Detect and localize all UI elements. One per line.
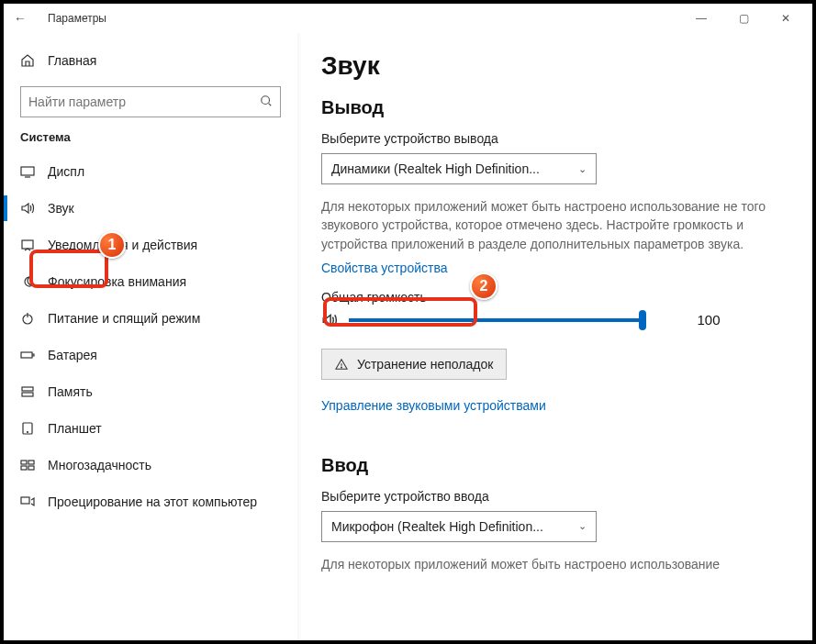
- sidebar-item-label: Многозадачность: [48, 458, 151, 472]
- sidebar-item-multitask[interactable]: Многозадачность: [4, 447, 297, 483]
- minimize-button[interactable]: —: [680, 4, 722, 33]
- device-properties-link[interactable]: Свойства устройства: [321, 261, 448, 275]
- svg-rect-6: [22, 393, 33, 396]
- svg-point-14: [341, 367, 342, 368]
- input-device-dropdown[interactable]: Микрофон (Realtek High Definition... ⌄: [321, 511, 597, 542]
- sidebar-item-notifications[interactable]: Уведомления и действия: [4, 227, 297, 263]
- volume-slider[interactable]: [349, 318, 643, 322]
- project-icon: [20, 494, 35, 509]
- storage-icon: [20, 384, 35, 399]
- slider-thumb[interactable]: [639, 310, 646, 330]
- sidebar-item-label: Диспл: [48, 164, 84, 179]
- svg-rect-11: [21, 466, 27, 470]
- sidebar-item-power[interactable]: Питание и спящий режим: [4, 300, 297, 337]
- output-device-value: Динамики (Realtek High Definition...: [331, 161, 578, 176]
- speaker-icon[interactable]: [321, 312, 338, 328]
- manage-devices-link[interactable]: Управление звуковыми устройствами: [321, 398, 546, 413]
- sidebar-nav: Диспл Звук Уведомления и действия Фокуси…: [4, 153, 297, 520]
- input-choose-label: Выберите устройство ввода: [321, 489, 785, 504]
- svg-rect-10: [28, 461, 34, 464]
- svg-rect-9: [21, 461, 27, 464]
- power-icon: [20, 311, 35, 326]
- titlebar: ← Параметры — ▢ ✕: [4, 4, 812, 33]
- sound-icon: [20, 201, 35, 216]
- sidebar-item-label: Память: [48, 384, 93, 399]
- volume-value: 100: [681, 312, 736, 328]
- input-device-value: Микрофон (Realtek High Definition...: [331, 519, 578, 534]
- svg-rect-13: [21, 497, 29, 504]
- svg-rect-4: [21, 352, 32, 358]
- output-choose-label: Выберите устройство вывода: [321, 131, 785, 146]
- search-icon: [260, 94, 273, 110]
- sidebar-home-label: Главная: [48, 53, 96, 68]
- sidebar-item-label: Звук: [48, 201, 74, 216]
- warning-icon: [335, 358, 348, 371]
- sidebar-item-project[interactable]: Проецирование на этот компьютер: [4, 483, 297, 520]
- sidebar-item-focus[interactable]: Фокусировка внимания: [4, 263, 297, 300]
- sidebar-item-storage[interactable]: Память: [4, 373, 297, 410]
- maximize-button[interactable]: ▢: [722, 4, 765, 33]
- svg-rect-1: [21, 167, 34, 175]
- home-icon: [20, 53, 35, 68]
- sidebar-item-label: Проецирование на этот компьютер: [48, 494, 257, 509]
- display-icon: [20, 164, 35, 179]
- sidebar-item-label: Батарея: [48, 348, 97, 362]
- svg-point-0: [262, 95, 270, 104]
- chevron-down-icon: ⌄: [578, 520, 587, 532]
- svg-rect-5: [22, 387, 33, 391]
- search-input[interactable]: [28, 94, 260, 109]
- input-description: Для некоторых приложений может быть наст…: [321, 555, 785, 573]
- svg-rect-2: [22, 240, 33, 249]
- sidebar-item-label: Фокусировка внимания: [48, 274, 186, 289]
- sidebar-item-label: Планшет: [48, 421, 102, 436]
- sidebar: Главная Система Диспл Звук: [4, 33, 297, 640]
- output-device-dropdown[interactable]: Динамики (Realtek High Definition... ⌄: [321, 153, 597, 184]
- tablet-icon: [20, 421, 35, 436]
- sidebar-item-tablet[interactable]: Планшет: [4, 410, 297, 447]
- window-title: Параметры: [48, 12, 106, 25]
- sidebar-home[interactable]: Главная: [4, 44, 297, 77]
- troubleshoot-label: Устранение неполадок: [357, 357, 493, 372]
- close-button[interactable]: ✕: [765, 4, 807, 33]
- chevron-down-icon: ⌄: [578, 163, 587, 175]
- sidebar-item-sound[interactable]: Звук: [4, 190, 297, 227]
- volume-label: Общая громкость: [321, 290, 785, 305]
- section-output-heading: Вывод: [321, 97, 785, 118]
- svg-rect-12: [28, 466, 34, 470]
- multitask-icon: [20, 458, 35, 472]
- output-description: Для некоторых приложений может быть наст…: [321, 197, 785, 253]
- sidebar-item-label: Уведомления и действия: [48, 238, 197, 252]
- sidebar-item-battery[interactable]: Батарея: [4, 337, 297, 373]
- sidebar-item-label: Питание и спящий режим: [48, 311, 200, 326]
- sidebar-category: Система: [4, 130, 297, 144]
- sidebar-item-display[interactable]: Диспл: [4, 153, 297, 190]
- back-button[interactable]: ←: [9, 11, 31, 26]
- section-input-heading: Ввод: [321, 455, 785, 476]
- focus-icon: [20, 274, 35, 289]
- troubleshoot-button[interactable]: Устранение неполадок: [321, 349, 507, 380]
- search-box[interactable]: [20, 86, 281, 117]
- content-area: Звук Вывод Выберите устройство вывода Ди…: [297, 33, 812, 640]
- page-title: Звук: [321, 51, 785, 81]
- notify-icon: [20, 238, 35, 252]
- svg-point-8: [28, 432, 28, 433]
- battery-icon: [20, 348, 35, 362]
